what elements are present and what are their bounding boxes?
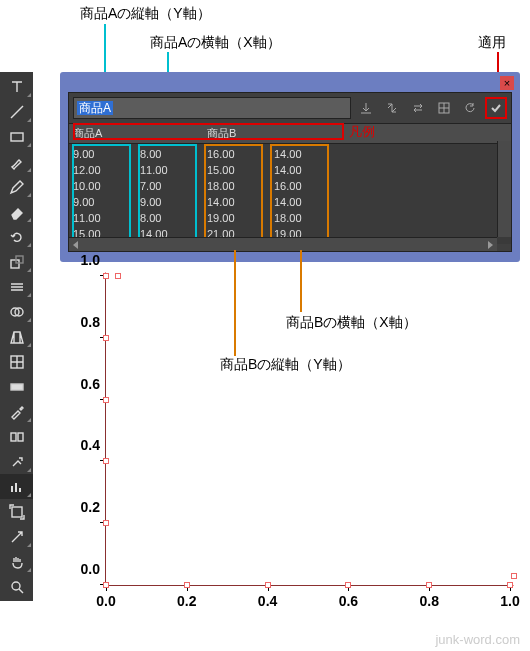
y-tick-5: 1.0 [66,252,100,268]
x-tick-1: 0.2 [177,593,196,609]
header-b: 商品B [203,124,337,143]
width-tool[interactable] [0,274,33,299]
apply-button[interactable] [485,97,507,119]
header-a: 商品A [69,124,203,143]
annotation-a-y: 商品Aの縦軸（Y軸） [80,5,211,23]
svg-rect-0 [11,133,23,141]
swap-xy-icon[interactable] [407,97,429,119]
data-grid[interactable]: 9.0012.0010.009.0011.0015.00 8.0011.007.… [69,144,511,244]
graph-data-panel: × 商品A 商品A 商品B 凡例 9.0012.0010.009.0011.00… [60,72,520,262]
cell-value-field[interactable]: 商品A [73,97,351,119]
svg-rect-8 [18,433,23,441]
x-axis-highlight [106,585,514,586]
type-tool[interactable] [0,74,33,99]
gradient-tool[interactable] [0,374,33,399]
x-tick-2: 0.4 [258,593,277,609]
vertical-scrollbar[interactable] [497,141,511,237]
svg-rect-6 [11,384,23,390]
perspective-tool[interactable] [0,324,33,349]
artboard-tool[interactable] [0,499,33,524]
line-tool[interactable] [0,99,33,124]
horizontal-scrollbar[interactable] [69,237,497,251]
eyedropper-tool[interactable] [0,399,33,424]
x-tick-4: 0.8 [419,593,438,609]
rotate-tool[interactable] [0,224,33,249]
col-a-x[interactable]: 8.0011.007.009.008.0014.00 [136,144,203,244]
x-tick-3: 0.6 [339,593,358,609]
brush-tool[interactable] [0,149,33,174]
col-a-y[interactable]: 9.0012.0010.009.0011.0015.00 [69,144,136,244]
scale-tool[interactable] [0,249,33,274]
transpose-icon[interactable] [381,97,403,119]
svg-point-10 [12,582,20,590]
col-b-y[interactable]: 16.0015.0018.0014.0019.0021.00 [203,144,270,244]
chart-area: 0.0 0.2 0.4 0.6 0.8 1.0 0.0 0.2 0.4 0.6 … [60,276,520,626]
annotation-apply: 適用 [478,34,506,52]
plot-area: 0.0 0.2 0.4 0.6 0.8 1.0 0.0 0.2 0.4 0.6 … [105,276,510,586]
mesh-tool[interactable] [0,349,33,374]
watermark: junk-word.com [435,632,520,647]
panel-toolbar: 商品A [69,93,511,123]
annotation-a-x: 商品Aの横軸（X軸） [150,34,281,52]
column-graph-tool[interactable] [0,474,33,499]
revert-icon[interactable] [459,97,481,119]
import-data-icon[interactable] [355,97,377,119]
symbol-sprayer-tool[interactable] [0,449,33,474]
cell-style-icon[interactable] [433,97,455,119]
close-icon[interactable]: × [500,76,514,90]
hand-tool[interactable] [0,549,33,574]
blend-tool[interactable] [0,424,33,449]
y-axis-highlight [105,272,106,585]
slice-tool[interactable] [0,524,33,549]
x-tick-5: 1.0 [500,593,519,609]
y-tick-2: 0.4 [66,437,100,453]
y-tick-3: 0.6 [66,376,100,392]
graph-data-inner: 商品A 商品A 商品B 凡例 9.0012.0010.009.0011.0015… [68,92,512,252]
shape-builder-tool[interactable] [0,299,33,324]
y-tick-1: 0.2 [66,499,100,515]
pencil-tool[interactable] [0,174,33,199]
tool-palette [0,72,33,601]
zoom-tool[interactable] [0,574,33,599]
svg-rect-1 [11,260,19,268]
x-tick-0: 0.0 [96,593,115,609]
svg-rect-9 [12,507,22,517]
rectangle-tool[interactable] [0,124,33,149]
col-b-x[interactable]: 14.0014.0016.0014.0018.0019.00 [270,144,337,244]
legend-label: 凡例 [349,123,375,141]
column-headers: 商品A 商品B [69,123,511,144]
y-tick-0: 0.0 [66,561,100,577]
y-tick-4: 0.8 [66,314,100,330]
eraser-tool[interactable] [0,199,33,224]
svg-rect-7 [11,433,16,441]
